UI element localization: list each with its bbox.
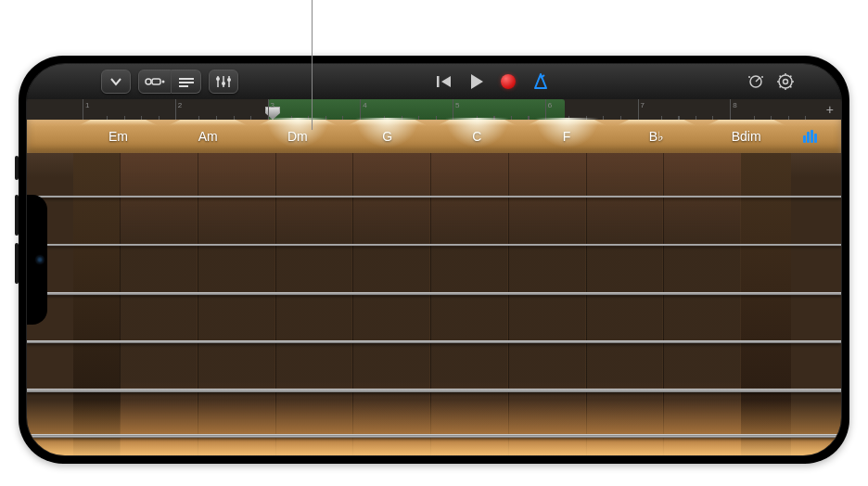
dial-icon [747, 72, 765, 91]
ruler[interactable]: 12345678+ [27, 99, 841, 120]
play-button[interactable] [469, 73, 484, 90]
svg-point-19 [784, 80, 788, 84]
svg-line-15 [756, 78, 760, 82]
fx-button[interactable] [172, 70, 201, 94]
control-bar [27, 64, 841, 99]
svg-line-27 [780, 86, 781, 87]
record-icon [501, 74, 516, 89]
fret-columns [27, 153, 841, 455]
chevron-down-icon [109, 77, 122, 86]
string-3[interactable] [27, 292, 841, 295]
ruler-bar-8[interactable]: 8 [730, 99, 823, 120]
svg-rect-4 [179, 82, 194, 83]
fretboard[interactable] [27, 153, 841, 455]
fret-column[interactable] [586, 153, 664, 455]
fret-column[interactable] [275, 153, 353, 455]
play-icon [469, 73, 484, 90]
string-6[interactable] [27, 434, 841, 438]
svg-point-17 [761, 76, 763, 78]
ruler-bar-3[interactable]: 3 [268, 99, 361, 120]
phone-frame: 12345678+ EmAmDmGCFB♭Bdim [19, 56, 849, 464]
callout-line [312, 0, 313, 130]
fret-column[interactable] [352, 153, 430, 455]
svg-line-24 [780, 76, 781, 77]
string-4[interactable] [27, 340, 841, 343]
svg-line-25 [790, 86, 791, 87]
svg-point-7 [216, 77, 220, 81]
chord-tab-bflat[interactable]: B♭ [612, 120, 702, 153]
chord-tab-f[interactable]: F [522, 120, 612, 153]
chord-tab-c[interactable]: C [432, 120, 522, 153]
chord-tab-g[interactable]: G [342, 120, 432, 153]
chord-tab-am[interactable]: Am [163, 120, 253, 153]
add-section-button[interactable]: + [826, 102, 834, 117]
svg-point-16 [748, 76, 750, 78]
fret-column[interactable] [663, 153, 741, 455]
svg-point-9 [222, 82, 225, 85]
mixer-icon [215, 75, 232, 88]
string-5[interactable] [27, 389, 841, 392]
record-button[interactable] [501, 74, 516, 89]
autoplay-button[interactable] [791, 120, 828, 153]
autoplay-icon [803, 130, 817, 143]
track-controls-button[interactable] [209, 70, 238, 94]
ruler-bar-4[interactable]: 4 [360, 99, 453, 120]
chord-tab-dm[interactable]: Dm [253, 120, 343, 153]
svg-point-0 [146, 79, 151, 84]
svg-rect-12 [437, 76, 440, 87]
fret-column[interactable] [198, 153, 275, 455]
svg-rect-1 [152, 79, 160, 84]
tracks-view-icon [145, 76, 165, 87]
ruler-bar-5[interactable]: 5 [453, 99, 545, 120]
svg-rect-3 [179, 78, 194, 80]
ruler-bar-7[interactable]: 7 [638, 99, 731, 120]
chord-strip: EmAmDmGCFB♭Bdim [27, 120, 841, 153]
svg-point-2 [162, 81, 165, 83]
svg-rect-5 [179, 85, 188, 87]
fret-column[interactable] [430, 153, 508, 455]
settings-button[interactable] [776, 72, 795, 91]
ruler-bar-6[interactable]: 6 [545, 99, 638, 120]
string-2[interactable] [27, 244, 841, 246]
fret-column[interactable] [508, 153, 586, 455]
metronome-icon [532, 73, 549, 90]
string-1[interactable] [27, 196, 841, 198]
master-effects-button[interactable] [747, 72, 765, 91]
phone-notch [27, 195, 47, 325]
svg-line-26 [790, 76, 791, 77]
ruler-bar-2[interactable]: 2 [175, 99, 268, 120]
fret-column[interactable] [120, 153, 198, 455]
tracks-view-button[interactable] [138, 70, 172, 94]
chord-tab-bdim[interactable]: Bdim [701, 120, 791, 153]
chord-tab-em[interactable]: Em [73, 120, 163, 153]
svg-point-11 [227, 78, 231, 82]
app-screen: 12345678+ EmAmDmGCFB♭Bdim [27, 64, 841, 455]
browser-button[interactable] [101, 70, 131, 94]
svg-point-18 [779, 75, 792, 88]
gear-icon [776, 72, 795, 91]
ruler-bar-1[interactable]: 1 [83, 99, 175, 120]
metronome-button[interactable] [532, 73, 549, 90]
previous-icon [436, 74, 453, 89]
go-to-beginning-button[interactable] [436, 74, 453, 89]
fx-icon [178, 76, 195, 87]
